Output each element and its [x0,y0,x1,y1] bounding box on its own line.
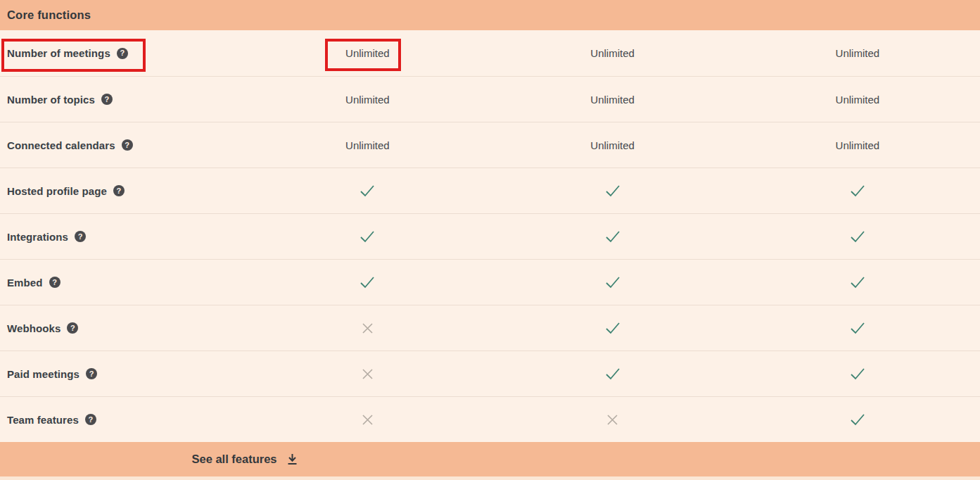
x-mark-icon [362,414,374,426]
feature-value-cell: Unlimited [735,77,980,122]
section-header-core-functions: Core functions [0,0,980,30]
feature-value-cell: Unlimited [245,77,490,122]
x-mark-icon [362,368,374,380]
table-row: Number of topics ? Unlimited Unlimited U… [0,76,980,122]
help-icon[interactable]: ? [117,48,128,59]
feature-value-cell [490,305,735,350]
feature-value-cell [490,351,735,396]
feature-value: Unlimited [590,47,635,59]
checkmark-icon [850,230,865,243]
feature-value-cell: Unlimited [245,122,490,168]
bottom-strip [0,476,980,480]
feature-value-cell [245,168,490,213]
feature-label-cell: Hosted profile page ? [0,168,245,213]
see-all-features-button[interactable]: See all features [0,442,490,476]
feature-label-cell: Connected calendars ? [0,122,245,168]
x-mark-icon [606,414,618,426]
feature-label-cell: Integrations ? [0,214,245,259]
feature-label: Number of topics [7,94,95,106]
feature-label: Paid meetings [7,368,79,380]
checkmark-icon [605,367,621,380]
feature-label: Webhooks [7,322,61,334]
feature-value-cell [735,305,980,350]
checkmark-icon [850,322,865,334]
feature-label-cell: Number of meetings ? [0,30,245,76]
checkmark-icon [605,184,621,197]
checkmark-icon [850,413,865,426]
feature-value-cell: Unlimited [735,122,980,168]
feature-value-cell [490,214,735,259]
feature-label-cell: Embed ? [0,260,245,305]
feature-value-cell [735,168,980,213]
feature-value-cell: Unlimited [735,30,980,76]
feature-label-cell: Paid meetings ? [0,351,245,396]
feature-value: Unlimited [345,139,390,151]
table-row: Integrations ? [0,213,980,259]
feature-value-cell [490,168,735,213]
help-icon[interactable]: ? [85,414,96,425]
checkmark-icon [605,276,621,289]
feature-value: Unlimited [836,94,880,106]
feature-value-cell [245,397,490,442]
table-row: Connected calendars ? Unlimited Unlimite… [0,122,980,168]
feature-value: Unlimited [590,139,635,151]
feature-value-cell [490,397,735,442]
checkmark-icon [605,322,621,334]
feature-value-cell [245,260,490,305]
checkmark-icon [605,230,621,243]
feature-label-cell: Number of topics ? [0,77,245,122]
feature-rows: Number of meetings ? Unlimited Unlimited… [0,30,980,442]
table-row: Hosted profile page ? [0,168,980,213]
feature-label: Integrations [7,231,68,243]
feature-value-cell: Unlimited [490,77,735,122]
feature-label: Team features [7,414,79,426]
feature-value-cell [735,397,980,442]
download-arrow-icon [286,453,298,466]
feature-label-cell: Webhooks ? [0,305,245,350]
table-row: Team features ? [0,396,980,442]
feature-value: Unlimited [345,47,390,59]
help-icon[interactable]: ? [86,368,97,379]
feature-value: Unlimited [836,139,880,151]
help-icon[interactable]: ? [75,231,86,242]
feature-label-cell: Team features ? [0,397,245,442]
help-icon[interactable]: ? [49,277,61,288]
feature-value-cell [245,214,490,259]
table-row: Embed ? [0,259,980,305]
feature-value: Unlimited [836,47,880,59]
section-header-title: Core functions [7,8,91,22]
feature-value: Unlimited [345,94,390,106]
feature-value-cell [735,260,980,305]
feature-value-cell: Unlimited [490,30,735,76]
feature-value-cell [245,351,490,396]
feature-label: Connected calendars [7,139,115,151]
feature-label: Hosted profile page [7,185,107,197]
feature-value-cell [245,305,490,350]
feature-value-cell [490,260,735,305]
feature-value-cell: Unlimited [490,122,735,168]
pricing-feature-table: Core functions Number of meetings ? Unli… [0,0,980,480]
help-icon[interactable]: ? [113,185,125,196]
help-icon[interactable]: ? [67,322,78,334]
checkmark-icon [850,184,865,197]
table-row: Paid meetings ? [0,350,980,396]
feature-value-cell [735,351,980,396]
x-mark-icon [362,322,374,334]
feature-label: Embed [7,277,43,289]
checkmark-icon [359,230,375,243]
feature-label: Number of meetings [7,47,110,59]
checkmark-icon [850,276,865,289]
checkmark-icon [850,367,865,380]
feature-value-cell: Unlimited [245,30,490,76]
see-all-features-label: See all features [191,453,276,466]
help-icon[interactable]: ? [122,139,133,151]
feature-value-cell [735,214,980,259]
help-icon[interactable]: ? [101,94,113,105]
table-row: Webhooks ? [0,305,980,350]
checkmark-icon [359,184,375,197]
table-row: Number of meetings ? Unlimited Unlimited… [0,30,980,76]
feature-value: Unlimited [590,94,635,106]
checkmark-icon [359,276,375,289]
footer-bar: See all features [0,442,980,476]
